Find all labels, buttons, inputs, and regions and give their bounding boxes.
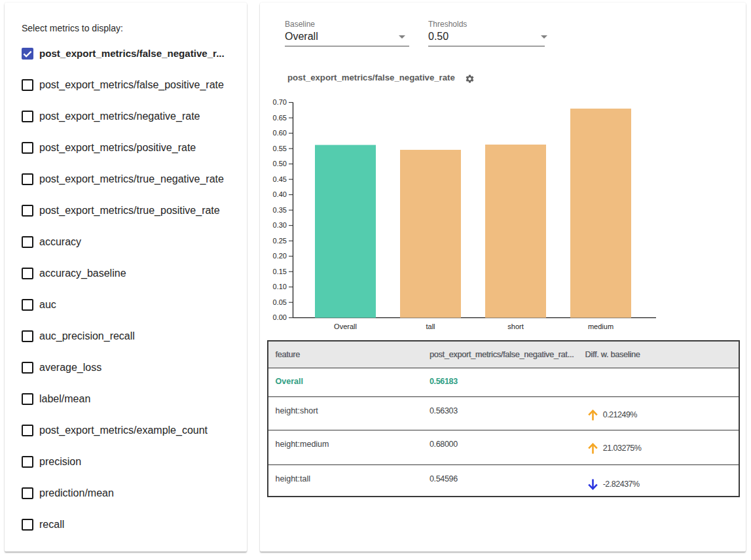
svg-text:medium: medium [588, 323, 614, 330]
svg-text:0.05: 0.05 [273, 298, 287, 306]
svg-text:Overall: Overall [334, 323, 357, 330]
svg-text:0.20: 0.20 [273, 252, 287, 260]
svg-text:0.15: 0.15 [273, 268, 287, 275]
svg-text:0.55: 0.55 [273, 145, 287, 152]
svg-text:0.35: 0.35 [273, 206, 287, 214]
svg-text:0.25: 0.25 [273, 237, 287, 245]
svg-text:0.10: 0.10 [273, 283, 287, 290]
svg-text:0.70: 0.70 [273, 98, 287, 106]
svg-text:short: short [507, 323, 523, 330]
svg-text:0.60: 0.60 [273, 129, 287, 137]
svg-text:0.00: 0.00 [273, 313, 287, 321]
svg-text:0.65: 0.65 [273, 114, 287, 122]
svg-text:0.30: 0.30 [273, 221, 287, 229]
svg-text:tall: tall [426, 323, 435, 330]
svg-text:0.45: 0.45 [273, 175, 287, 183]
svg-text:0.50: 0.50 [273, 160, 287, 167]
svg-text:0.40: 0.40 [273, 190, 287, 198]
